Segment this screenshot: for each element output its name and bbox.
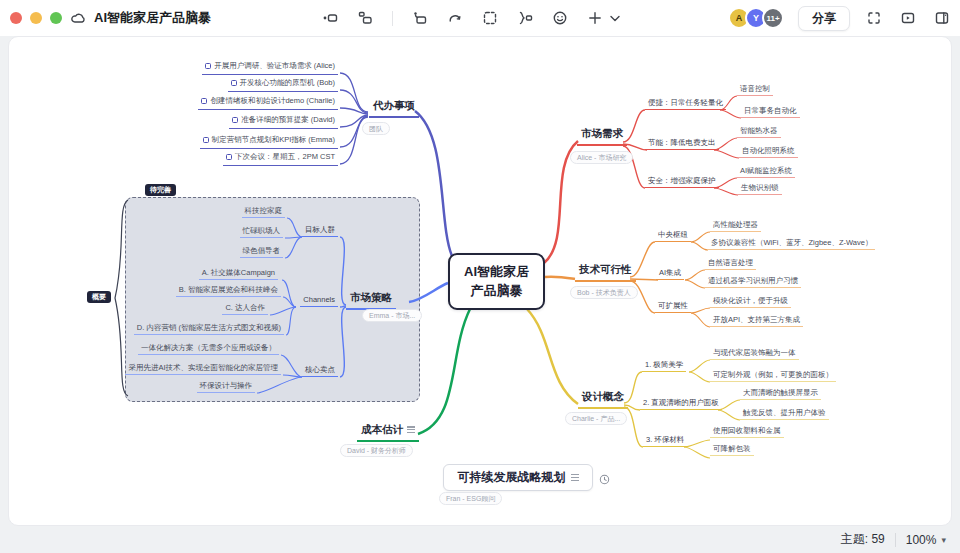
leaf-node[interactable]: 触觉反馈、提升用户体验 [740, 408, 829, 420]
leaf-node[interactable]: 与现代家居装饰融为一体 [710, 348, 799, 360]
share-button[interactable]: 分享 [798, 6, 850, 31]
marquee-select-icon[interactable] [482, 10, 498, 26]
checkbox-icon[interactable] [231, 80, 237, 86]
document-title[interactable]: AI智能家居产品脑暴 [94, 9, 211, 27]
relation-icon[interactable] [412, 10, 428, 26]
node-eco-materials[interactable]: 3. 环保材料 [643, 435, 687, 447]
group-badge[interactable]: 待完善 [145, 184, 176, 196]
leaf-node[interactable]: 可定制外观（例如，可更换的面板） [710, 370, 836, 382]
leaf-node[interactable]: 日常事务自动化 [741, 106, 800, 118]
tag-strategy[interactable]: Emma - 市场... [362, 309, 422, 322]
leaf-node[interactable]: C. 达人合作 [222, 303, 268, 315]
node-central-hub[interactable]: 中央枢纽 [655, 230, 691, 242]
zoom-control[interactable]: 100% ▾ [906, 533, 946, 547]
node-selling-points[interactable]: 核心卖点 [302, 365, 338, 377]
minimize-button[interactable] [30, 12, 42, 24]
leaf-node[interactable]: 多协议兼容性（WiFi、蓝牙、Zigbee、Z-Wave） [708, 238, 875, 250]
notes-icon[interactable] [571, 473, 579, 483]
leaf-node[interactable]: 通过机器学习识别用户习惯 [705, 276, 801, 288]
branch-todo[interactable]: 代办事项 [369, 99, 419, 118]
central-topic-line1: AI智能家居 [464, 263, 529, 282]
leaf-node[interactable]: 使用回收塑料和金属 [710, 426, 784, 438]
node-scalability[interactable]: 可扩展性 [655, 301, 691, 313]
leaf-node[interactable]: 高性能处理器 [710, 220, 761, 232]
checkbox-icon[interactable] [203, 137, 209, 143]
subtopic-icon[interactable] [357, 10, 373, 26]
leaf-node[interactable]: A. 社交媒体Campaign [199, 268, 278, 280]
close-button[interactable] [10, 12, 22, 24]
todo-item[interactable]: 下次会议：星期五，2PM CST [223, 152, 338, 166]
node-ai-integration[interactable]: AI集成 [656, 268, 684, 280]
leaf-node[interactable]: 智能热水器 [737, 126, 781, 138]
branch-cost[interactable]: 成本估计 [357, 423, 419, 442]
emoji-icon[interactable] [552, 10, 568, 26]
leaf-node[interactable]: D. 内容营销 (智能家居生活方式图文和视频) [134, 323, 284, 335]
leaf-node[interactable]: 一体化解决方案（无需多个应用或设备） [138, 343, 279, 355]
toolbar-divider [392, 11, 393, 26]
todo-item-label: 开展用户调研、验证市场需求 (Alice) [214, 61, 335, 71]
leaf-node[interactable]: 科技控家庭 [242, 206, 286, 218]
todo-item[interactable]: 创建情绪板和初始设计demo (Charlie) [198, 96, 338, 110]
clock-icon[interactable] [599, 471, 610, 482]
node-channels[interactable]: Channels [300, 295, 338, 307]
topic-icon[interactable] [322, 10, 338, 26]
leaf-node[interactable]: 模块化设计，便于升级 [710, 296, 791, 308]
zoom-window-button[interactable] [50, 12, 62, 24]
tag-todo[interactable]: 团队 [362, 122, 390, 135]
leaf-node[interactable]: 绿色倡导者 [240, 246, 284, 258]
leaf-node[interactable]: 采用先进AI技术、实现全面智能化的家居管理 [125, 363, 281, 375]
todo-item[interactable]: 制定营销节点规划和KPI指标 (Emma) [200, 135, 338, 149]
branch-strategy[interactable]: 市场策略 [346, 291, 396, 310]
chevron-down-icon[interactable] [607, 10, 617, 26]
branch-design[interactable]: 设计概念 [578, 390, 628, 409]
leaf-node[interactable]: 自动化照明系统 [739, 146, 798, 158]
branch-tech[interactable]: 技术可行性 [575, 263, 636, 282]
cloud-icon [70, 10, 86, 26]
statusbar-divider [895, 533, 896, 547]
leaf-node[interactable]: B. 智能家居展览会和科技峰会 [176, 285, 281, 297]
tag-demand[interactable]: Alice - 市场研究 [570, 151, 633, 164]
present-icon[interactable] [900, 10, 916, 26]
summary-icon[interactable] [517, 10, 533, 26]
tag-sustain[interactable]: Fran - ESG顾问 [439, 492, 502, 505]
view-icon-group [866, 10, 950, 26]
tag-design[interactable]: Charlie - 产品... [565, 412, 627, 425]
leaf-node[interactable]: 大而清晰的触摸屏显示 [740, 388, 821, 400]
checkbox-icon[interactable] [226, 154, 232, 160]
tag-tech[interactable]: Bob - 技术负责人 [570, 286, 638, 299]
branch-demand[interactable]: 市场需求 [577, 127, 627, 146]
statusbar: 主题: 59 100% ▾ [841, 531, 946, 548]
leaf-node[interactable]: 开放API、支持第三方集成 [710, 315, 803, 327]
side-panel-icon[interactable] [934, 10, 950, 26]
leaf-node[interactable]: 环保设计与操作 [197, 381, 256, 393]
node-convenience[interactable]: 便捷：日常任务轻量化 [645, 98, 726, 110]
central-topic[interactable]: AI智能家居 产品脑暴 [448, 253, 545, 310]
central-topic-line2: 产品脑暴 [471, 282, 523, 301]
node-audience[interactable]: 目标人群 [302, 225, 338, 237]
leaf-node[interactable]: 生物识别锁 [738, 183, 782, 195]
redo-icon[interactable] [447, 10, 463, 26]
notes-icon[interactable] [407, 425, 415, 435]
node-energy-saving[interactable]: 节能：降低电费支出 [645, 138, 719, 150]
leaf-node[interactable]: 可降解包装 [710, 444, 754, 456]
checkbox-icon[interactable] [232, 117, 238, 123]
node-minimal-aesthetics[interactable]: 1. 极简美学 [642, 360, 686, 372]
leaf-node[interactable]: 语音控制 [737, 84, 773, 96]
node-user-panel[interactable]: 2. 直观清晰的用户面板 [640, 398, 722, 410]
avatar[interactable]: 11+ [762, 7, 784, 29]
leaf-node[interactable]: 忙碌职场人 [240, 226, 284, 238]
summary-badge[interactable]: 概要 [87, 291, 111, 303]
todo-item-label: 创建情绪板和初始设计demo (Charlie) [210, 96, 335, 106]
insert-icon[interactable] [587, 10, 603, 26]
todo-item[interactable]: 开展用户调研、验证市场需求 (Alice) [202, 61, 338, 75]
tag-cost[interactable]: David - 财务分析师 [340, 444, 413, 457]
floating-topic-sustainability[interactable]: 可持续发展战略规划 [443, 464, 593, 491]
checkbox-icon[interactable] [201, 98, 207, 104]
node-security[interactable]: 安全：增强家庭保护 [645, 176, 719, 188]
todo-item[interactable]: 准备详细的预算提案 (David) [229, 115, 338, 129]
todo-item[interactable]: 开发核心功能的原型机 (Bob) [228, 78, 338, 92]
checkbox-icon[interactable] [205, 63, 211, 69]
leaf-node[interactable]: 自然语言处理 [705, 258, 756, 270]
fullscreen-icon[interactable] [866, 10, 882, 26]
leaf-node[interactable]: AI赋能监控系统 [737, 166, 795, 178]
